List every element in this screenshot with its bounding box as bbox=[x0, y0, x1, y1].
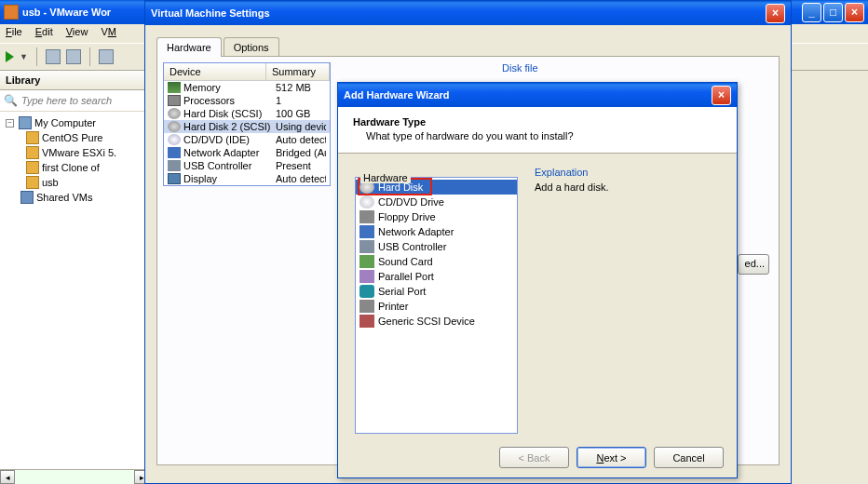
hw-item-scsi[interactable]: Generic SCSI Device bbox=[356, 314, 517, 329]
cpu-icon bbox=[168, 95, 181, 106]
hw-item-parallel[interactable]: Parallel Port bbox=[356, 269, 517, 284]
horizontal-scrollbar[interactable]: ◂ ▸ bbox=[0, 469, 149, 484]
device-row-network[interactable]: Network AdapterBridged (Aut bbox=[164, 146, 330, 159]
cancel-button[interactable]: Cancel bbox=[654, 447, 724, 468]
wizard-close-button[interactable]: × bbox=[712, 86, 731, 105]
close-button[interactable]: × bbox=[845, 3, 864, 22]
search-input[interactable] bbox=[21, 95, 144, 106]
main-title: usb - VMware Wor bbox=[22, 7, 111, 18]
settings-tabs: Hardware Options bbox=[156, 36, 780, 56]
col-device[interactable]: Device bbox=[164, 63, 266, 80]
settings-close-button[interactable]: × bbox=[766, 4, 785, 23]
device-row-usb[interactable]: USB ControllerPresent bbox=[164, 159, 330, 172]
device-table-header: Device Summary bbox=[164, 63, 330, 81]
hw-item-printer[interactable]: Printer bbox=[356, 299, 517, 314]
usb-icon bbox=[359, 240, 374, 253]
menu-vm[interactable]: VM bbox=[101, 26, 116, 41]
vm-icon bbox=[26, 146, 39, 159]
toolbar-separator bbox=[89, 47, 90, 66]
settings-titlebar: Virtual Machine Settings × bbox=[145, 1, 791, 25]
explanation-label: Explanation bbox=[535, 167, 720, 178]
toolbar-icon-1[interactable] bbox=[46, 49, 61, 64]
wizard-header: Hardware Type What type of hardware do y… bbox=[338, 107, 737, 154]
menu-edit[interactable]: Edit bbox=[35, 26, 53, 41]
parallel-icon bbox=[359, 270, 374, 283]
device-row-display[interactable]: DisplayAuto detect bbox=[164, 172, 330, 185]
add-hardware-wizard: Add Hardware Wizard × Hardware Type What… bbox=[337, 82, 738, 478]
tab-hardware[interactable]: Hardware bbox=[156, 37, 222, 57]
menu-view[interactable]: View bbox=[66, 26, 88, 41]
explanation-text: Add a hard disk. bbox=[535, 182, 720, 193]
play-dropdown-icon[interactable]: ▼ bbox=[20, 52, 28, 61]
tree-item[interactable]: VMware ESXi 5. bbox=[2, 145, 146, 160]
serial-icon bbox=[359, 285, 374, 298]
library-tree: −My Computer CentOS Pure VMware ESXi 5. … bbox=[0, 112, 148, 208]
minimize-button[interactable]: _ bbox=[802, 3, 821, 22]
library-panel: Library 🔍 −My Computer CentOS Pure VMwar… bbox=[0, 71, 149, 484]
hw-item-floppy[interactable]: Floppy Drive bbox=[356, 209, 517, 224]
display-icon bbox=[168, 173, 181, 184]
toolbar-icon-3[interactable] bbox=[99, 49, 114, 64]
vm-icon bbox=[26, 176, 39, 189]
hdd-icon bbox=[168, 121, 181, 132]
play-icon[interactable] bbox=[6, 51, 14, 62]
hw-item-cddvd[interactable]: CD/DVD Drive bbox=[356, 195, 517, 209]
tree-shared-vms[interactable]: Shared VMs bbox=[2, 190, 146, 205]
wizard-title: Add Hardware Wizard bbox=[344, 89, 450, 101]
usb-icon bbox=[168, 160, 181, 171]
next-button[interactable]: Next > bbox=[576, 447, 646, 468]
device-row-processors[interactable]: Processors1 bbox=[164, 94, 330, 107]
browse-button-partial[interactable]: ed... bbox=[738, 254, 769, 275]
hw-item-network[interactable]: Network Adapter bbox=[356, 224, 517, 239]
vmware-icon bbox=[4, 5, 19, 20]
tree-item[interactable]: CentOS Pure bbox=[2, 130, 146, 145]
sound-icon bbox=[359, 255, 374, 268]
cd-icon bbox=[168, 134, 181, 145]
tab-options[interactable]: Options bbox=[224, 37, 279, 57]
vm-icon bbox=[26, 131, 39, 144]
col-summary[interactable]: Summary bbox=[266, 63, 330, 80]
toolbar-icon-2[interactable] bbox=[66, 49, 81, 64]
cd-icon bbox=[359, 195, 374, 208]
search-icon: 🔍 bbox=[4, 94, 18, 107]
scsi-icon bbox=[359, 315, 374, 328]
hdd-icon bbox=[168, 108, 181, 119]
device-table: Device Summary Memory512 MB Processors1 … bbox=[163, 62, 331, 186]
hw-item-serial[interactable]: Serial Port bbox=[356, 284, 517, 299]
back-button[interactable]: < Back bbox=[499, 447, 569, 468]
memory-icon bbox=[168, 82, 181, 93]
device-row-cddvd[interactable]: CD/DVD (IDE)Auto detect bbox=[164, 133, 330, 146]
hw-item-usb[interactable]: USB Controller bbox=[356, 239, 517, 254]
shared-icon bbox=[20, 191, 34, 204]
collapse-icon[interactable]: − bbox=[6, 119, 14, 128]
scroll-left-icon[interactable]: ◂ bbox=[0, 470, 15, 484]
device-row-memory[interactable]: Memory512 MB bbox=[164, 81, 330, 94]
toolbar-separator bbox=[36, 47, 37, 66]
hardware-group: Hardware Hard Disk CD/DVD Drive Floppy D… bbox=[355, 167, 518, 416]
settings-title: Virtual Machine Settings bbox=[151, 7, 270, 19]
wizard-header-subtitle: What type of hardware do you want to ins… bbox=[353, 130, 722, 141]
device-row-hdd1[interactable]: Hard Disk (SCSI)100 GB bbox=[164, 107, 330, 120]
menu-file[interactable]: File bbox=[6, 26, 22, 41]
computer-icon bbox=[19, 116, 32, 129]
device-row-hdd2[interactable]: Hard Disk 2 (SCSI)Using device bbox=[164, 120, 330, 133]
floppy-icon bbox=[359, 210, 374, 223]
hw-item-sound[interactable]: Sound Card bbox=[356, 254, 517, 269]
network-icon bbox=[359, 225, 374, 238]
wizard-titlebar: Add Hardware Wizard × bbox=[338, 83, 737, 107]
tree-item[interactable]: usb bbox=[2, 175, 146, 190]
library-header: Library bbox=[0, 71, 148, 90]
explanation-panel: Explanation Add a hard disk. bbox=[535, 167, 720, 416]
wizard-footer: < Back Next > Cancel bbox=[499, 447, 724, 468]
vm-icon bbox=[26, 161, 39, 174]
wizard-header-title: Hardware Type bbox=[353, 116, 722, 128]
printer-icon bbox=[359, 300, 374, 313]
disk-file-label: Disk file bbox=[502, 62, 538, 74]
tree-my-computer[interactable]: −My Computer bbox=[2, 115, 146, 130]
hardware-group-label: Hardware bbox=[360, 172, 411, 183]
hardware-list[interactable]: Hard Disk CD/DVD Drive Floppy Drive Netw… bbox=[355, 177, 518, 434]
library-search: 🔍 bbox=[0, 90, 148, 112]
maximize-button[interactable]: □ bbox=[823, 3, 843, 22]
network-icon bbox=[168, 147, 181, 158]
tree-item[interactable]: first Clone of bbox=[2, 160, 146, 175]
